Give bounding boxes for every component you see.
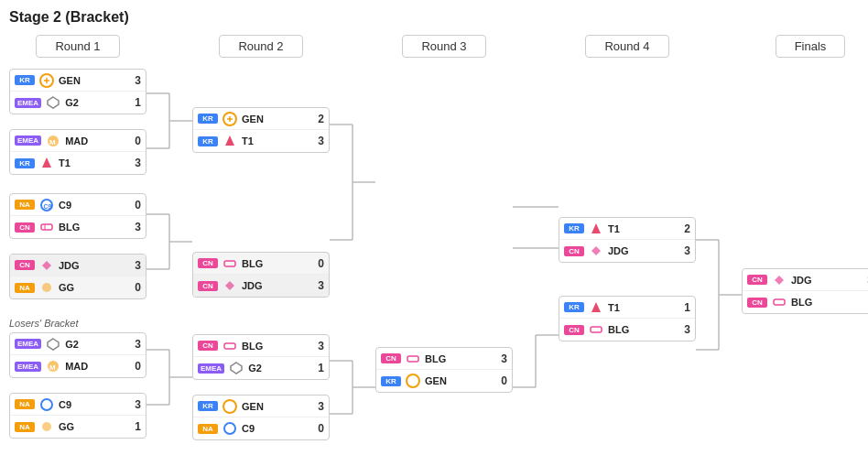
table-row: CN BLG 1	[743, 291, 868, 313]
blg-logo	[222, 255, 238, 272]
team-name: GG	[59, 282, 126, 293]
r4-match-1: KR T1 2 CN JDG 3	[559, 217, 696, 263]
r1-losers-2: NA C9 3 NA GG 1	[9, 393, 146, 439]
finals-match: CN JDG 3 CN BLG 1	[742, 268, 868, 314]
region-badge: CN	[15, 222, 35, 233]
region-badge: EMEA	[15, 339, 41, 349]
score: 3	[313, 340, 324, 352]
connector-svg-4	[696, 60, 742, 466]
table-row: NA C9 C9 0	[10, 194, 146, 216]
region-badge: NA	[15, 399, 35, 409]
region-badge: EMEA	[15, 98, 41, 108]
score: 0	[130, 135, 141, 147]
region-badge: EMEA	[15, 362, 41, 372]
region-badge: NA	[198, 424, 218, 434]
table-row: NA C9 3	[10, 394, 146, 416]
c9-logo: C9	[38, 197, 55, 213]
table-row: CN JDG 3	[10, 255, 146, 276]
svg-point-30	[223, 400, 236, 413]
round-4-section: Round 4 KR T1 2 CN JDG 3	[559, 35, 696, 341]
blg-logo	[38, 219, 55, 235]
r1-match-2: EMEA M MAD 0 KR T1 3	[9, 129, 146, 175]
table-row: KR T1 3	[193, 130, 329, 152]
r1-match-3: NA C9 C9 0 CN BLG 3	[9, 193, 146, 239]
blg-logo	[405, 351, 421, 367]
score: 1	[863, 296, 868, 309]
table-row: CN BLG 3	[10, 216, 146, 238]
page-title: Stage 2 (Bracket)	[9, 9, 859, 26]
score: 3	[130, 157, 141, 169]
table-row: CN BLG 3	[193, 335, 329, 357]
svg-marker-9	[48, 339, 59, 350]
connector-svg-2	[330, 60, 375, 466]
table-row: KR T1 3	[10, 152, 146, 174]
team-name: BLG	[425, 353, 493, 364]
region-badge: KR	[198, 114, 218, 124]
score: 0	[130, 281, 141, 294]
region-badge: KR	[15, 75, 35, 85]
connector-r4-finals	[696, 60, 742, 466]
svg-rect-52	[774, 299, 785, 305]
team-name: BLG	[791, 297, 859, 308]
svg-text:M: M	[49, 363, 56, 372]
blg-logo	[222, 338, 238, 354]
r1-match-1: KR GEN 3 EMEA G2 1	[9, 69, 146, 114]
r4-match-2: KR T1 1 CN BLG 3	[559, 296, 696, 341]
team-name: C9	[242, 423, 309, 434]
region-badge: NA	[15, 422, 35, 432]
svg-point-8	[42, 283, 51, 292]
svg-text:C9: C9	[44, 203, 52, 210]
region-badge: CN	[381, 353, 401, 363]
team-name: T1	[608, 223, 676, 234]
g2-logo	[45, 94, 61, 111]
gg-logo	[38, 418, 55, 435]
blg-logo	[588, 321, 604, 338]
mad-logo: M	[45, 358, 61, 374]
team-name: GEN	[242, 401, 309, 412]
table-row: KR GEN 3	[193, 396, 329, 417]
table-row: KR T1 2	[559, 218, 695, 240]
r2-match-1: KR GEN 2 KR T1 3	[192, 107, 330, 153]
svg-rect-40	[407, 356, 418, 362]
blg-logo	[771, 294, 787, 310]
score: 2	[313, 113, 324, 125]
team-name: JDG	[59, 260, 126, 271]
team-name: JDG	[608, 245, 676, 256]
connector-svg-3	[513, 60, 559, 466]
team-name: BLG	[242, 341, 309, 352]
table-row: EMEA G2 1	[10, 92, 146, 114]
round-1-header: Round 1	[36, 35, 119, 58]
table-row: NA GG 0	[10, 276, 146, 298]
finals-section: Finals CN JDG 3 CN BLG 1	[742, 35, 868, 314]
score: 3	[130, 398, 141, 411]
table-row: KR T1 1	[559, 297, 695, 319]
score: 3	[496, 352, 507, 365]
g2-logo	[45, 336, 61, 352]
r2-losers-2: KR GEN 3 NA C9 0	[192, 395, 330, 440]
t1-logo	[222, 133, 238, 149]
table-row: NA GG 1	[10, 416, 146, 438]
svg-rect-27	[224, 261, 235, 266]
region-badge: KR	[198, 136, 218, 146]
connector-r3-r4	[513, 60, 559, 466]
region-badge: KR	[564, 302, 584, 312]
score: 0	[130, 360, 141, 373]
svg-rect-28	[224, 343, 235, 349]
team-name: GG	[59, 421, 126, 432]
jdg-logo	[588, 243, 604, 259]
gen-logo	[405, 373, 421, 389]
region-badge: CN	[747, 298, 767, 308]
gg-logo	[38, 279, 55, 296]
mad-logo: M	[45, 133, 61, 149]
score: 0	[496, 374, 507, 387]
jdg-logo	[38, 257, 55, 274]
region-badge: KR	[564, 223, 584, 233]
table-row: CN JDG 3	[743, 269, 868, 291]
team-name: G2	[65, 97, 126, 108]
t1-logo	[588, 221, 604, 237]
score: 3	[130, 259, 141, 272]
round-2-section: Round 2 KR GEN 2 KR	[192, 35, 330, 440]
team-name: BLG	[59, 222, 126, 233]
team-name: GEN	[59, 75, 126, 86]
connector-r1-r2	[146, 60, 192, 466]
